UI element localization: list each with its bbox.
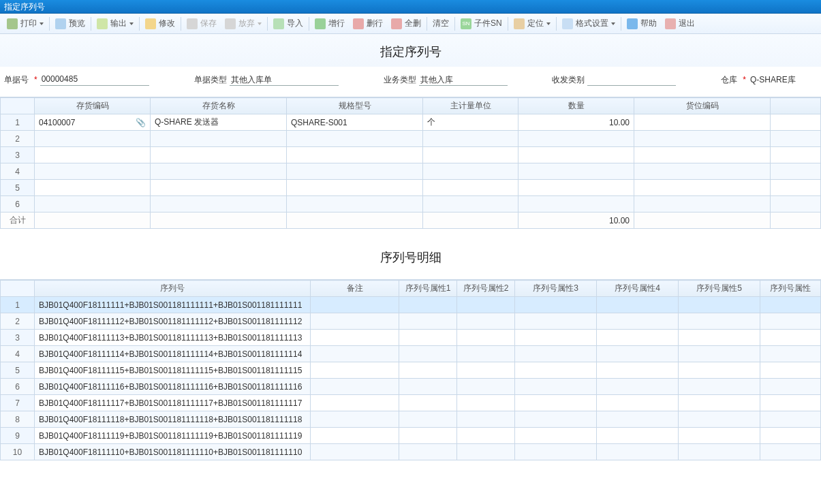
remark-cell[interactable] — [311, 444, 399, 460]
attr3-cell[interactable] — [515, 297, 597, 313]
format-button[interactable]: 格式设置 — [558, 16, 619, 31]
code-cell[interactable] — [35, 147, 151, 163]
unit-cell[interactable] — [423, 180, 518, 196]
name-cell[interactable]: Q-SHARE 发送器 — [151, 114, 287, 131]
attachment-icon[interactable]: 📎 — [136, 118, 146, 127]
table-row[interactable]: 5BJB01Q400F18111115+BJB01S001181111115+B… — [1, 362, 821, 379]
code-cell[interactable] — [35, 131, 151, 147]
attr3-cell[interactable] — [515, 428, 597, 444]
name-cell[interactable] — [151, 196, 287, 212]
sn-cell[interactable]: BJB01Q400F18111116+BJB01S001181111116+BJ… — [35, 379, 311, 395]
edit-button[interactable]: 修改 — [141, 16, 179, 31]
attr2-cell[interactable] — [457, 444, 515, 460]
unit-cell[interactable] — [423, 147, 518, 163]
col-name[interactable]: 存货名称 — [151, 98, 287, 114]
attr2-cell[interactable] — [457, 411, 515, 428]
attr4-cell[interactable] — [597, 395, 679, 411]
col-qty[interactable]: 数量 — [518, 98, 634, 114]
help-button[interactable]: 帮助 — [623, 16, 661, 31]
table-row[interactable]: 8BJB01Q400F18111118+BJB01S001181111118+B… — [1, 411, 821, 428]
remark-cell[interactable] — [311, 428, 399, 444]
attr5-cell[interactable] — [679, 379, 760, 395]
col-attr1[interactable]: 序列号属性1 — [399, 281, 457, 297]
delrow-button[interactable]: 删行 — [349, 16, 387, 31]
sn-cell[interactable]: BJB01Q400F18111118+BJB01S001181111118+BJ… — [35, 411, 311, 428]
remark-cell[interactable] — [311, 297, 399, 313]
attr1-cell[interactable] — [399, 330, 457, 346]
attr2-cell[interactable] — [457, 313, 515, 330]
sn-cell[interactable]: BJB01Q400F18111111+BJB01S001181111111+BJ… — [35, 297, 311, 313]
extra-cell[interactable] — [771, 114, 821, 131]
table-row[interactable]: 2BJB01Q400F18111112+BJB01S001181111112+B… — [1, 313, 821, 330]
bin-cell[interactable] — [634, 180, 771, 196]
col-remark[interactable]: 备注 — [311, 281, 399, 297]
table-row[interactable]: 4 — [1, 163, 821, 180]
attr4-cell[interactable] — [597, 346, 679, 362]
attr6-cell[interactable] — [760, 395, 821, 411]
col-code[interactable]: 存货编码 — [35, 98, 151, 114]
attr1-cell[interactable] — [399, 428, 457, 444]
attr1-cell[interactable] — [399, 411, 457, 428]
bin-cell[interactable] — [634, 163, 771, 180]
attr6-cell[interactable] — [760, 428, 821, 444]
table-row[interactable]: 1BJB01Q400F18111111+BJB01S001181111111+B… — [1, 297, 821, 313]
attr4-cell[interactable] — [597, 330, 679, 346]
extra-cell[interactable] — [771, 180, 821, 196]
table-row[interactable]: 3 — [1, 147, 821, 163]
code-cell[interactable] — [35, 180, 151, 196]
remark-cell[interactable] — [311, 362, 399, 379]
attr2-cell[interactable] — [457, 379, 515, 395]
table-row[interactable]: 9BJB01Q400F18111119+BJB01S001181111119+B… — [1, 428, 821, 444]
qty-cell[interactable] — [518, 163, 634, 180]
attr4-cell[interactable] — [597, 379, 679, 395]
attr2-cell[interactable] — [457, 362, 515, 379]
delall-button[interactable]: 全删 — [387, 16, 425, 31]
col-attr6[interactable]: 序列号属性 — [760, 281, 821, 297]
unit-cell[interactable] — [423, 131, 518, 147]
addrow-button[interactable]: 增行 — [311, 16, 349, 31]
sn-cell[interactable]: BJB01Q400F18111119+BJB01S001181111119+BJ… — [35, 428, 311, 444]
table-row[interactable]: 10BJB01Q400F18111110+BJB01S001181111110+… — [1, 444, 821, 460]
bin-cell[interactable] — [634, 147, 771, 163]
bin-cell[interactable] — [634, 114, 771, 131]
remark-cell[interactable] — [311, 346, 399, 362]
clear-button[interactable]: 清空 — [429, 16, 453, 31]
code-cell[interactable] — [35, 196, 151, 212]
table-row[interactable]: 7BJB01Q400F18111117+BJB01S001181111117+B… — [1, 395, 821, 411]
attr2-cell[interactable] — [457, 428, 515, 444]
attr3-cell[interactable] — [515, 362, 597, 379]
attr6-cell[interactable] — [760, 444, 821, 460]
attr4-cell[interactable] — [597, 411, 679, 428]
attr3-cell[interactable] — [515, 379, 597, 395]
sn-cell[interactable]: BJB01Q400F18111112+BJB01S001181111112+BJ… — [35, 313, 311, 330]
extra-cell[interactable] — [771, 163, 821, 180]
attr5-cell[interactable] — [679, 297, 760, 313]
attr2-cell[interactable] — [457, 395, 515, 411]
attr6-cell[interactable] — [760, 411, 821, 428]
extra-cell[interactable] — [771, 131, 821, 147]
attr5-cell[interactable] — [679, 313, 760, 330]
table-row[interactable]: 5 — [1, 180, 821, 196]
table-row[interactable]: 6 — [1, 196, 821, 212]
code-cell[interactable]: 04100007📎 — [35, 114, 151, 131]
attr6-cell[interactable] — [760, 379, 821, 395]
attr5-cell[interactable] — [679, 444, 760, 460]
attr6-cell[interactable] — [760, 297, 821, 313]
unit-cell[interactable]: 个 — [423, 114, 518, 131]
exit-button[interactable]: 退出 — [661, 16, 699, 31]
extra-cell[interactable] — [771, 147, 821, 163]
spec-cell[interactable] — [287, 147, 423, 163]
attr6-cell[interactable] — [760, 362, 821, 379]
attr2-cell[interactable] — [457, 346, 515, 362]
attr6-cell[interactable] — [760, 330, 821, 346]
attr5-cell[interactable] — [679, 411, 760, 428]
attr1-cell[interactable] — [399, 297, 457, 313]
attr3-cell[interactable] — [515, 313, 597, 330]
col-unit[interactable]: 主计量单位 — [423, 98, 518, 114]
wh-field[interactable]: Q-SHARE库 — [749, 74, 817, 86]
sn-cell[interactable]: BJB01Q400F18111114+BJB01S001181111114+BJ… — [35, 346, 311, 362]
subsn-button[interactable]: SN子件SN — [456, 16, 506, 31]
attr3-cell[interactable] — [515, 395, 597, 411]
col-attr5[interactable]: 序列号属性5 — [679, 281, 760, 297]
attr5-cell[interactable] — [679, 330, 760, 346]
